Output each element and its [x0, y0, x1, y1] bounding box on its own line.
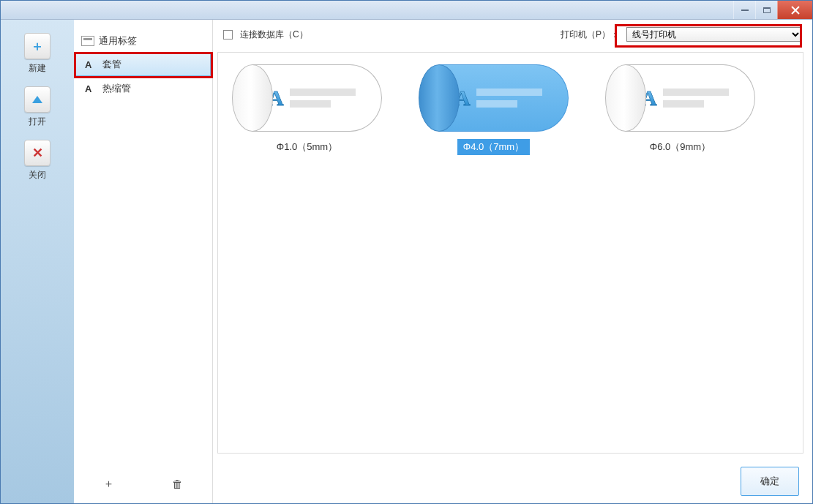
template-gallery: A Φ1.0（5mm） A Φ4.0（7mm） A: [217, 52, 803, 454]
template-label: Φ1.0（5mm）: [271, 139, 343, 155]
category-header: 通用标签: [74, 33, 212, 52]
label-icon: [81, 36, 94, 46]
minimize-icon: [741, 10, 749, 11]
x-icon: ✕: [24, 140, 50, 166]
printer-label: 打印机（P）：: [561, 29, 619, 41]
template-card[interactable]: A Φ1.0（5mm）: [228, 64, 386, 155]
glyph-icon: A: [85, 83, 95, 94]
glyph-icon: A: [85, 59, 95, 70]
trash-icon: 🗑: [172, 478, 183, 490]
template-label: Φ6.0（9mm）: [644, 139, 716, 155]
app-window: ＋ 新建 打开 ✕ 关闭 通用标签 A 套管 A: [0, 0, 813, 504]
new-button[interactable]: ＋ 新建: [15, 33, 59, 75]
titlebar: [1, 1, 812, 20]
template-card[interactable]: A Φ4.0（7mm）: [415, 64, 572, 155]
category-item-heatshrink[interactable]: A 热缩管: [75, 77, 211, 100]
template-card[interactable]: A Φ6.0（9mm）: [602, 64, 759, 155]
open-icon: [24, 86, 50, 113]
confirm-button[interactable]: 确定: [741, 467, 799, 496]
main-panel: 连接数据库（C） 打印机（P）： 线号打印机 A Φ1.0（5mm）: [213, 20, 812, 503]
add-category-button[interactable]: ＋: [102, 477, 115, 490]
plus-icon: ＋: [24, 33, 50, 59]
db-label: 连接数据库（C）: [240, 29, 308, 41]
close-label: 关闭: [29, 169, 46, 181]
maximize-button[interactable]: [755, 1, 777, 19]
maximize-icon: [763, 7, 771, 13]
open-label: 打开: [29, 116, 46, 128]
new-label: 新建: [29, 62, 46, 75]
delete-category-button[interactable]: 🗑: [171, 477, 184, 490]
category-item-sleeve[interactable]: A 套管: [75, 53, 211, 76]
footer: 确定: [213, 459, 812, 503]
category-item-label: 套管: [102, 58, 121, 71]
close-icon: [791, 6, 800, 15]
category-item-label: 热缩管: [102, 82, 131, 95]
template-label: Φ4.0（7mm）: [457, 139, 530, 155]
toolbar: 连接数据库（C） 打印机（P）： 线号打印机: [213, 20, 812, 49]
db-checkbox[interactable]: [223, 30, 233, 40]
close-button[interactable]: ✕ 关闭: [15, 140, 59, 181]
open-button[interactable]: 打开: [15, 86, 59, 128]
category-header-text: 通用标签: [99, 34, 137, 48]
minimize-button[interactable]: [733, 1, 755, 19]
category-panel: 通用标签 A 套管 A 热缩管 ＋ 🗑: [74, 20, 213, 503]
add-icon: ＋: [103, 477, 114, 491]
printer-select[interactable]: 线号打印机: [626, 27, 802, 42]
left-strip: ＋ 新建 打开 ✕ 关闭: [1, 20, 74, 503]
close-window-button[interactable]: [777, 1, 812, 19]
